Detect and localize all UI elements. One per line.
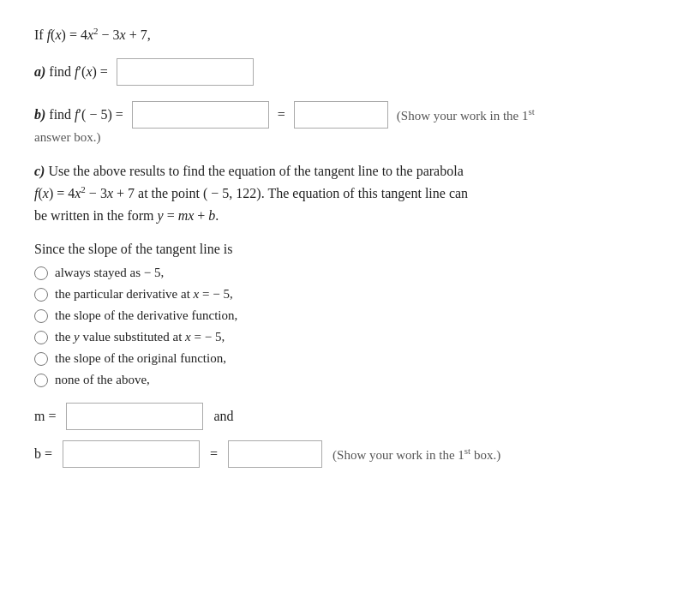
- radio-option-1[interactable]: always stayed as − 5,: [34, 266, 643, 280]
- b-input2[interactable]: [228, 440, 322, 468]
- part-b: b) find f′( − 5) = = (Show your work in …: [34, 101, 643, 145]
- radio-option-4[interactable]: the y value substituted at x = − 5,: [34, 330, 643, 344]
- part-b-show-work: (Show your work in the 1st: [397, 106, 535, 123]
- part-b-prompt: find f′( − 5) =: [49, 107, 123, 123]
- b-label: b =: [34, 446, 52, 462]
- radio-always-stayed[interactable]: [34, 266, 48, 280]
- b-row: b = = (Show your work in the 1st box.): [34, 440, 643, 468]
- part-b-label: b): [34, 107, 45, 123]
- radio-option-6[interactable]: none of the above,: [34, 373, 643, 387]
- radio-particular-derivative[interactable]: [34, 288, 48, 302]
- radio-label-5: the slope of the original function,: [55, 351, 226, 366]
- radio-option-2[interactable]: the particular derivative at x = − 5,: [34, 287, 643, 302]
- m-label: m =: [34, 409, 56, 424]
- radio-none-above[interactable]: [34, 374, 48, 387]
- part-b-input2[interactable]: [294, 101, 388, 129]
- radio-slope-original[interactable]: [34, 352, 48, 366]
- and-label: and: [213, 409, 233, 424]
- part-a: a) find f′(x) =: [34, 58, 643, 86]
- radio-label-3: the slope of the derivative function,: [55, 308, 237, 323]
- b-equals: =: [210, 446, 218, 462]
- part-a-prompt: find f′(x) =: [49, 64, 108, 80]
- radio-label-4: the y value substituted at x = − 5,: [55, 330, 225, 344]
- radio-label-2: the particular derivative at x = − 5,: [55, 287, 233, 302]
- radio-label-1: always stayed as − 5,: [55, 266, 164, 280]
- radio-option-5[interactable]: the slope of the original function,: [34, 351, 643, 366]
- part-b-answer-note: answer box.): [34, 130, 643, 145]
- header-text: If f(x) = 4x2 − 3x + 7,: [34, 27, 151, 42]
- slope-section: Since the slope of the tangent line is a…: [34, 242, 643, 387]
- part-a-label: a): [34, 64, 45, 80]
- m-row: m = and: [34, 403, 643, 430]
- slope-intro: Since the slope of the tangent line is: [34, 242, 643, 257]
- part-b-input1[interactable]: [132, 101, 269, 129]
- part-b-equals: =: [278, 107, 285, 123]
- problem-header: If f(x) = 4x2 − 3x + 7,: [34, 26, 643, 43]
- b-show-work: (Show your work in the 1st box.): [333, 446, 500, 463]
- part-c-line3: be written in the form y = mx + b.: [34, 208, 219, 223]
- part-c: c) Use the above results to find the equ…: [34, 160, 643, 226]
- radio-slope-derivative[interactable]: [34, 309, 48, 323]
- part-c-label: c): [34, 164, 45, 178]
- radio-y-value[interactable]: [34, 331, 48, 344]
- part-c-line2: f(x) = 4x2 − 3x + 7 at the point ( − 5, …: [34, 186, 468, 200]
- part-a-input[interactable]: [117, 58, 254, 86]
- radio-option-3[interactable]: the slope of the derivative function,: [34, 308, 643, 323]
- part-c-text: Use the above results to find the equati…: [48, 164, 463, 178]
- m-input[interactable]: [66, 403, 203, 430]
- b-input1[interactable]: [63, 440, 200, 468]
- radio-label-6: none of the above,: [55, 373, 150, 387]
